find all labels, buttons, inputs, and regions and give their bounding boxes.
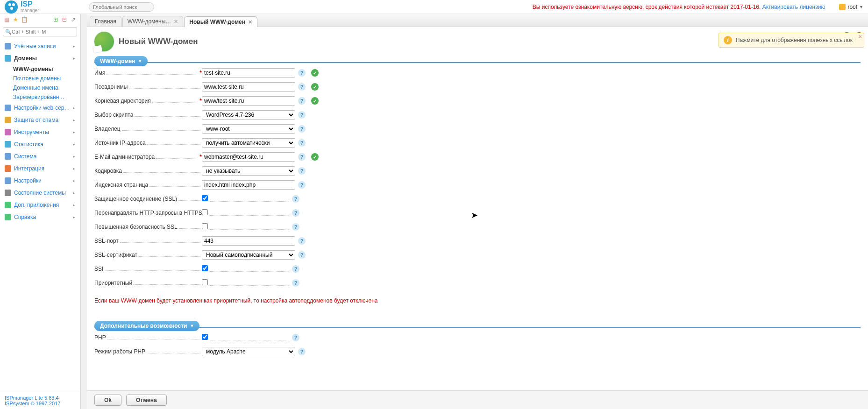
cancel-button[interactable]: Отмена — [126, 395, 167, 406]
select-input[interactable]: WordPress 4.7-236 — [202, 110, 295, 120]
chevron-right-icon: ▸ — [73, 215, 75, 219]
sidebar-item[interactable]: Доп. приложения▸ — [0, 199, 80, 211]
app-logo[interactable]: ISP manager — [5, 0, 79, 14]
expand-icon[interactable]: ⊞ — [52, 16, 59, 23]
version-text[interactable]: ISPmanager Lite 5.83.4 — [5, 395, 75, 401]
sidebar-item[interactable]: Статистика▸ — [0, 138, 80, 150]
close-icon[interactable]: ✕ — [248, 19, 252, 25]
help-icon[interactable]: ? — [298, 97, 306, 105]
help-icon[interactable]: ? — [298, 139, 306, 147]
username: root — [847, 4, 857, 10]
select-input[interactable]: модуль Apache — [202, 347, 295, 356]
tab-bar: ГлавнаяWWW-домены…✕Новый WWW-домен✕ — [87, 14, 868, 27]
sidebar-item[interactable]: Настройки web-сер…▸ — [0, 102, 80, 114]
help-icon[interactable]: ? — [292, 265, 299, 273]
field-label: Имя — [94, 70, 105, 76]
pin-icon[interactable]: ⇗ — [70, 16, 77, 23]
text-input[interactable] — [202, 68, 295, 78]
chevron-down-icon: ▼ — [138, 59, 142, 63]
nav-icon — [5, 202, 11, 208]
checkbox-input[interactable] — [202, 223, 208, 229]
sidebar-item[interactable]: Интеграция▸ — [0, 162, 80, 175]
help-icon[interactable]: ? — [298, 125, 306, 133]
sidebar-subitem[interactable]: Доменные имена — [0, 83, 80, 92]
sidebar: ▦ ★ 📋 ⊞ ⊟ ⇗ 🔍 Учётные записи▸Домены▸WWW-… — [0, 14, 80, 409]
help-icon[interactable]: ? — [298, 69, 306, 77]
close-icon[interactable]: ✕ — [174, 19, 178, 25]
toolbar-icon-1[interactable]: ▦ — [3, 16, 10, 23]
checkbox-input[interactable] — [202, 279, 208, 285]
help-icon[interactable]: ? — [292, 334, 299, 341]
section-www-domain[interactable]: WWW-домен ▼ — [94, 56, 148, 66]
sidebar-item-label: Состояние системы — [14, 190, 66, 196]
select-input[interactable]: Новый самоподписанный — [202, 250, 295, 260]
text-input[interactable] — [202, 96, 295, 106]
help-icon[interactable]: ? — [298, 111, 306, 119]
info-banner[interactable]: i Нажмите для отображения полезных ссыло… — [719, 33, 864, 48]
sidebar-item[interactable]: Справка▸ — [0, 211, 80, 223]
global-search-input[interactable] — [89, 2, 154, 12]
checkbox-input[interactable] — [202, 209, 208, 215]
help-icon[interactable]: ? — [292, 223, 299, 231]
sidebar-subitem[interactable]: WWW-домены — [0, 64, 80, 74]
sidebar-item[interactable]: Учётные записи▸ — [0, 40, 80, 52]
checkbox-input[interactable] — [202, 195, 208, 201]
help-icon[interactable]: ? — [298, 167, 306, 175]
nav-icon — [5, 177, 11, 184]
text-input[interactable] — [202, 236, 295, 246]
sidebar-subitem[interactable]: Зарезервированн… — [0, 92, 80, 102]
help-icon[interactable]: ? — [298, 83, 306, 91]
field-label: Выбор скрипта — [94, 112, 133, 118]
sidebar-item[interactable]: Инструменты▸ — [0, 126, 80, 138]
chevron-down-icon: ▼ — [190, 324, 194, 328]
trial-notice-text: Вы используете ознакомительную версию, с… — [533, 4, 761, 10]
select-input[interactable]: не указывать — [202, 166, 295, 176]
sidebar-item-label: Статистика — [14, 141, 43, 148]
chevron-right-icon: ▸ — [73, 118, 75, 122]
help-icon[interactable]: ? — [292, 209, 299, 217]
checkbox-input[interactable] — [202, 334, 208, 340]
text-input[interactable] — [202, 152, 295, 162]
sidebar-item[interactable]: Система▸ — [0, 150, 80, 162]
checkbox-input[interactable] — [202, 265, 208, 271]
tab[interactable]: Новый WWW-домен✕ — [184, 16, 257, 27]
text-input[interactable] — [202, 180, 295, 190]
clipboard-icon[interactable]: 📋 — [21, 16, 28, 23]
info-banner-text: Нажмите для отображения полезных ссылок — [736, 37, 853, 43]
sidebar-subitem[interactable]: Почтовые домены — [0, 74, 80, 83]
select-input[interactable]: www-root — [202, 124, 295, 134]
section-additional[interactable]: Дополнительные возможности ▼ — [94, 321, 199, 331]
user-menu[interactable]: root ▼ — [839, 4, 863, 10]
help-icon[interactable]: ? — [292, 195, 299, 203]
nav-icon — [5, 214, 11, 220]
help-icon[interactable]: ? — [298, 251, 306, 259]
ok-button[interactable]: Ok — [94, 395, 121, 406]
tab[interactable]: WWW-домены…✕ — [122, 16, 184, 27]
section-title: WWW-домен — [100, 58, 135, 64]
sidebar-item[interactable]: Состояние системы▸ — [0, 187, 80, 199]
collapse-icon[interactable]: ⊟ — [61, 16, 68, 23]
sidebar-filter-input[interactable] — [3, 27, 77, 36]
sidebar-item[interactable]: Настройки▸ — [0, 175, 80, 187]
help-icon[interactable]: ? — [298, 153, 306, 161]
sidebar-item[interactable]: Защита от спама▸ — [0, 114, 80, 126]
help-icon[interactable]: ? — [298, 181, 306, 189]
tab[interactable]: Главная — [90, 16, 121, 27]
text-input[interactable] — [202, 82, 295, 92]
favorite-icon[interactable]: ★ — [12, 16, 19, 23]
sidebar-item[interactable]: Домены▸ — [0, 52, 80, 64]
close-icon[interactable]: ✕ — [858, 34, 862, 39]
field-label: Повышенная безопасность SSL — [94, 224, 178, 230]
page-icon — [94, 32, 114, 51]
activate-license-link[interactable]: Активировать лицензию — [762, 4, 825, 10]
help-icon[interactable]: ? — [298, 348, 306, 355]
sidebar-item-label: Учётные записи — [14, 43, 56, 49]
copyright-text[interactable]: ISPsystem © 1997-2017 — [5, 401, 75, 406]
chevron-right-icon: ▸ — [73, 178, 75, 183]
help-icon[interactable]: ? — [292, 279, 299, 287]
sidebar-scrollbar[interactable] — [80, 14, 87, 409]
select-input[interactable]: получить автоматически — [202, 138, 295, 148]
help-icon[interactable]: ? — [298, 237, 306, 245]
field-label: Владелец — [94, 126, 121, 132]
chevron-right-icon: ▸ — [73, 130, 75, 134]
